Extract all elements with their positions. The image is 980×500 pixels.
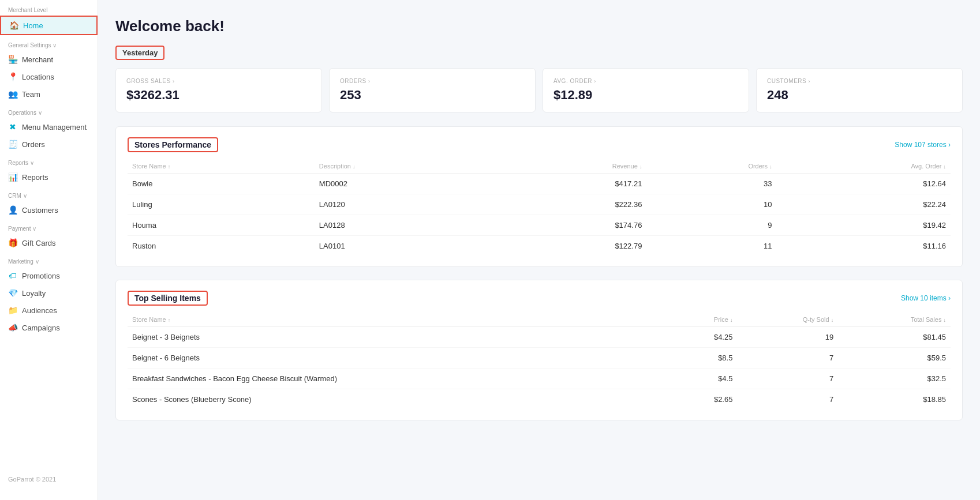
yesterday-badge: Yesterday [115,46,164,60]
sidebar-item-locations[interactable]: 📍 Locations [0,68,98,85]
customers-value: 248 [767,88,952,103]
sidebar-item-gift-cards[interactable]: 🎁 Gift Cards [0,234,98,251]
item-name-cell: Beignet - 6 Beignets [128,348,667,369]
marketing-label: Marketing ∨ [0,251,98,267]
store-name-cell: Luling [128,194,315,215]
store-avg-order-cell: $12.64 [777,174,951,194]
store-orders-cell: 9 [646,215,776,236]
store-desc-cell: LA0101 [315,236,493,257]
sidebar-item-promotions[interactable]: 🏷 Promotions [0,267,98,284]
table-row: Breakfast Sandwiches - Bacon Egg Cheese … [128,369,951,389]
locations-icon: 📍 [8,72,17,81]
crm-label: CRM ∨ [0,186,98,201]
col-revenue[interactable]: Revenue ↓ [493,159,646,174]
store-name-cell: Ruston [128,236,315,257]
item-name-cell: Beignet - 3 Beignets [128,327,667,348]
top-selling-card: Top Selling Items Show 10 items › Store … [115,280,963,420]
loyalty-icon: 💎 [8,288,17,298]
sidebar-item-merchant[interactable]: 🏪 Merchant [0,51,98,68]
gross-sales-value: $3262.31 [126,88,311,103]
store-name-cell: Houma [128,215,315,236]
reports-icon: 📊 [8,172,17,182]
store-orders-cell: 33 [646,174,776,194]
sidebar-item-label: Menu Management [22,123,87,131]
col-store-name[interactable]: Store Name ↑ [128,159,315,174]
merchant-level-label: Merchant Level [0,0,98,16]
operations-label: Operations ∨ [0,103,98,118]
show-items-link[interactable]: Show 10 items › [901,294,951,302]
store-avg-order-cell: $19.42 [777,215,951,236]
store-name-cell: Bowie [128,174,315,194]
item-total-cell: $18.85 [838,389,951,410]
sidebar-item-loyalty[interactable]: 💎 Loyalty [0,284,98,302]
sidebar-item-label: Reports [22,173,48,182]
table-row: Bowie MD0002 $417.21 33 $12.64 [128,174,951,194]
item-total-cell: $59.5 [838,348,951,369]
sidebar-item-home[interactable]: 🏠 Home [0,16,98,35]
item-price-cell: $8.5 [667,348,737,369]
home-icon: 🏠 [9,21,18,30]
stat-card-customers: CUSTOMERS › 248 [756,68,963,112]
sidebar-item-team[interactable]: 👥 Team [0,85,98,103]
table-row: Houma LA0128 $174.76 9 $19.42 [128,215,951,236]
store-desc-cell: MD0002 [315,174,493,194]
avg-order-value: $12.89 [553,88,738,103]
item-qty-cell: 7 [737,389,838,410]
sidebar-item-reports[interactable]: 📊 Reports [0,168,98,186]
store-revenue-cell: $174.76 [493,215,646,236]
stats-row: GROSS SALES › $3262.31 ORDERS › 253 AVG.… [115,68,963,112]
item-total-cell: $32.5 [838,369,951,389]
stat-card-orders: ORDERS › 253 [329,68,536,112]
footer-text: GoParrot © 2021 [0,470,98,488]
col-item-name[interactable]: Store Name ↑ [128,313,667,327]
menu-management-icon: ✖ [8,122,17,131]
stores-performance-title: Stores Performance [128,137,218,152]
sidebar-item-orders[interactable]: 🧾 Orders [0,136,98,153]
reports-section-label: Reports ∨ [0,153,98,168]
stat-card-avg-order: AVG. ORDER › $12.89 [543,68,749,112]
item-name-cell: Scones - Scones (Blueberry Scone) [128,389,667,410]
item-qty-cell: 7 [737,348,838,369]
item-qty-cell: 19 [737,327,838,348]
general-settings-label: General Settings ∨ [0,35,98,51]
orders-label: ORDERS › [340,78,525,84]
sidebar-item-label: Home [23,21,43,30]
show-stores-link[interactable]: Show 107 stores › [895,141,951,149]
store-revenue-cell: $222.36 [493,194,646,215]
col-description[interactable]: Description ↓ [315,159,493,174]
orders-value: 253 [340,88,525,103]
item-price-cell: $2.65 [667,389,737,410]
col-total-sales[interactable]: Total Sales ↓ [838,313,951,327]
item-total-cell: $81.45 [838,327,951,348]
item-qty-cell: 7 [737,369,838,389]
sidebar-item-menu-management[interactable]: ✖ Menu Management [0,118,98,136]
sidebar-item-label: Customers [22,206,58,215]
sidebar-item-label: Merchant [22,55,53,64]
col-price[interactable]: Price ↓ [667,313,737,327]
store-orders-cell: 11 [646,236,776,257]
promotions-icon: 🏷 [8,271,17,280]
merchant-icon: 🏪 [8,55,17,64]
audiences-icon: 📁 [8,306,17,315]
sidebar-item-label: Promotions [22,272,60,280]
gift-cards-icon: 🎁 [8,238,17,247]
sidebar-item-label: Audiences [22,306,57,315]
sidebar-item-audiences[interactable]: 📁 Audiences [0,302,98,319]
customers-label: CUSTOMERS › [767,78,952,84]
col-qty-sold[interactable]: Q-ty Sold ↓ [737,313,838,327]
team-icon: 👥 [8,89,17,99]
stores-performance-card: Stores Performance Show 107 stores › Sto… [115,126,963,267]
orders-icon: 🧾 [8,140,17,149]
gross-sales-label: GROSS SALES › [126,78,311,84]
stat-card-gross-sales: GROSS SALES › $3262.31 [115,68,322,112]
col-orders[interactable]: Orders ↓ [646,159,776,174]
sidebar-item-customers[interactable]: 👤 Customers [0,201,98,219]
campaigns-icon: 📣 [8,323,17,332]
item-price-cell: $4.25 [667,327,737,348]
table-row: Ruston LA0101 $122.79 11 $11.16 [128,236,951,257]
item-price-cell: $4.5 [667,369,737,389]
store-avg-order-cell: $11.16 [777,236,951,257]
sidebar-item-campaigns[interactable]: 📣 Campaigns [0,319,98,336]
sidebar-item-label: Team [22,90,40,99]
col-avg-order[interactable]: Avg. Order ↓ [777,159,951,174]
